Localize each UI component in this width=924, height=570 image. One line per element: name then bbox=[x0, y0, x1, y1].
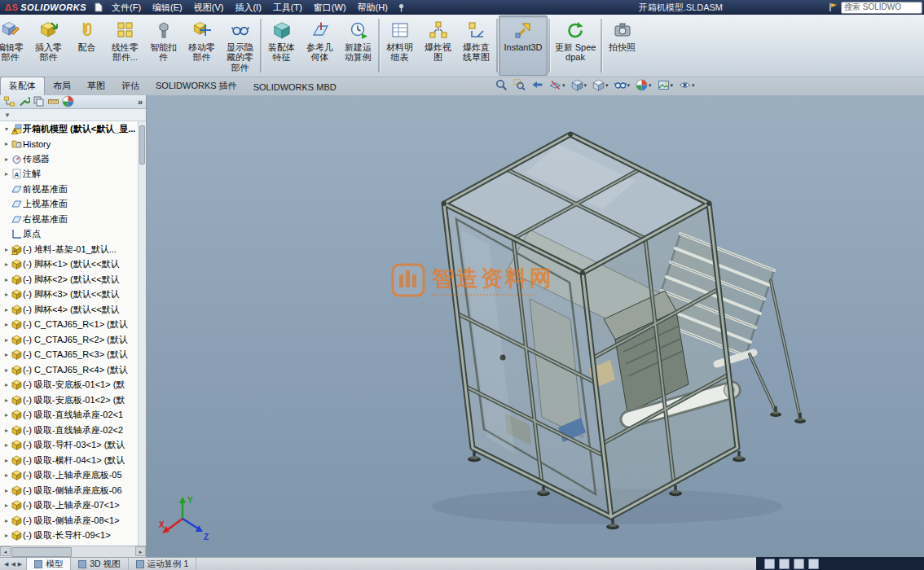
command-tab-3[interactable]: 评估 bbox=[113, 77, 147, 95]
tree-expand-arrow[interactable]: ▸ bbox=[2, 140, 11, 147]
command-tab-1[interactable]: 布局 bbox=[45, 77, 79, 95]
tree-item[interactable]: 右视基准面 bbox=[0, 212, 139, 227]
dropdown-arrow-icon[interactable]: ▾ bbox=[562, 82, 565, 89]
tree-expand-arrow[interactable]: ▸ bbox=[2, 487, 11, 494]
tree-expand-arrow[interactable]: ▸ bbox=[2, 517, 11, 524]
tree-item[interactable]: ▸(-) 吸取-直线轴承座-02<1 bbox=[0, 408, 139, 423]
tree-expand-arrow[interactable]: ▸ bbox=[2, 532, 11, 539]
tree-expand-arrow[interactable]: ▸ bbox=[2, 411, 11, 419]
command-tab-5[interactable]: SOLIDWORKS MBD bbox=[245, 80, 345, 95]
dropdown-arrow-icon[interactable]: ▾ bbox=[605, 82, 609, 89]
tree-expand-arrow[interactable]: ▸ bbox=[2, 441, 11, 449]
tree-item[interactable]: ▸(-) 吸取-上轴承座-07<1> bbox=[0, 498, 139, 514]
dropdown-arrow-icon[interactable]: ▾ bbox=[627, 82, 631, 89]
command-tab-0[interactable]: 装配体 bbox=[0, 77, 45, 95]
tree-expand-arrow[interactable]: ▸ bbox=[2, 306, 11, 314]
tree-item[interactable]: ▸(-) 脚杯<2> (默认<<默认 bbox=[0, 272, 139, 287]
menu-item-6[interactable]: 帮助(H) bbox=[352, 0, 394, 15]
ribbon-button-smart-fasteners[interactable]: 智能扣件 bbox=[144, 15, 183, 76]
ribbon-button-edit-component[interactable]: 编辑零部件 bbox=[0, 15, 29, 76]
hscroll-left-arrow[interactable]: ◂ bbox=[0, 546, 11, 556]
tree-expand-arrow[interactable]: ▸ bbox=[2, 381, 11, 388]
graphics-viewport[interactable]: 智造资料网 Y X Z bbox=[147, 95, 924, 557]
tab-scroll-left2-icon[interactable]: ◀ bbox=[11, 561, 15, 568]
ribbon-button-snapshot[interactable]: 拍快照 bbox=[603, 15, 641, 76]
tree-item[interactable]: ▸(-) C_CTAJ65_R<3> (默认 bbox=[0, 348, 139, 363]
tree-expand-arrow[interactable]: ▸ bbox=[2, 366, 11, 374]
hscroll-right-arrow[interactable]: ▸ bbox=[135, 546, 146, 556]
tree-item[interactable]: ▸(-) 脚杯<1> (默认<<默认 bbox=[0, 257, 139, 273]
panel-tab-dimxpertmanager[interactable] bbox=[47, 95, 59, 109]
status-icon[interactable] bbox=[794, 559, 804, 569]
tree-item[interactable]: ▸(-) 脚杯<3> (默认<<默认 bbox=[0, 287, 139, 303]
solidworks-resources-flag-icon[interactable] bbox=[829, 2, 838, 12]
ribbon-button-linear-pattern[interactable]: 线性零部件... bbox=[106, 15, 144, 76]
menu-item-5[interactable]: 窗口(W) bbox=[308, 0, 352, 15]
headsup-zoom-fit[interactable] bbox=[495, 79, 508, 91]
tab-scroll-arrows[interactable]: ◀ ◀ ▶ bbox=[0, 558, 27, 570]
panel-overflow-chevron[interactable]: » bbox=[138, 97, 143, 107]
tree-item[interactable]: ▸(-) 吸取-侧轴承座底板-06 bbox=[0, 483, 139, 498]
menu-item-0[interactable]: 文件(F) bbox=[106, 0, 147, 15]
ribbon-button-bom[interactable]: 材料明细表 bbox=[381, 15, 419, 76]
menu-item-4[interactable]: 工具(T) bbox=[267, 0, 308, 15]
menu-item-3[interactable]: 插入(I) bbox=[229, 0, 266, 15]
headsup-display-style[interactable]: ▾ bbox=[592, 79, 609, 91]
dropdown-arrow-icon[interactable]: ▾ bbox=[671, 82, 674, 89]
ribbon-button-reference-geometry[interactable]: 参考几何体 bbox=[301, 15, 339, 76]
tree-item[interactable]: ▸(-) 吸取-直线轴承座-02<2 bbox=[0, 423, 139, 438]
tree-expand-arrow[interactable]: ▸ bbox=[2, 170, 11, 178]
tree-item[interactable]: ▸(-) 堆料-基架-01_默认... bbox=[0, 242, 139, 257]
menu-item-1[interactable]: 编辑(E) bbox=[147, 0, 188, 15]
doc-tab-2[interactable]: 运动算例 1 bbox=[129, 558, 197, 570]
tab-scroll-right-icon[interactable]: ▶ bbox=[18, 561, 22, 568]
tree-item[interactable]: 上视基准面 bbox=[0, 197, 139, 213]
tree-vscroll-thumb[interactable] bbox=[139, 125, 145, 164]
tree-expand-arrow[interactable]: ▸ bbox=[2, 156, 11, 163]
panel-tab-displaymanager[interactable] bbox=[62, 95, 74, 109]
tree-item[interactable]: ▸(-) C_CTAJ65_R<1> (默认 bbox=[0, 318, 139, 333]
panel-tab-configurationmanager[interactable] bbox=[33, 95, 45, 109]
tree-expand-arrow[interactable]: ▸ bbox=[2, 321, 11, 328]
headsup-previous-view[interactable] bbox=[531, 79, 543, 91]
tree-expand-arrow[interactable]: ▸ bbox=[2, 397, 11, 404]
tree-expand-arrow[interactable]: ▸ bbox=[2, 427, 11, 434]
tree-item[interactable]: ▸(-) 吸取-横杆-04<1> (默认 bbox=[0, 453, 139, 468]
dropdown-arrow-icon[interactable]: ▾ bbox=[692, 82, 695, 89]
tree-item[interactable]: ▸(-) 吸取-安底板-01<2> (默 bbox=[0, 392, 139, 408]
ribbon-button-explode-sketch[interactable]: 爆炸直线草图 bbox=[457, 15, 495, 76]
tree-item[interactable]: ▸History bbox=[0, 137, 139, 152]
new-document-icon[interactable] bbox=[91, 2, 106, 12]
solidworks-search-input[interactable] bbox=[841, 2, 922, 14]
tree-item[interactable]: ▸(-) C_CTAJ65_R<4> (默认 bbox=[0, 362, 139, 378]
filter-dropdown-arrow[interactable]: ▼ bbox=[4, 112, 11, 119]
panel-tab-featuremanager[interactable] bbox=[3, 95, 15, 109]
tab-scroll-left-icon[interactable]: ◀ bbox=[4, 561, 8, 568]
ribbon-button-insert-component[interactable]: 插入零部件 bbox=[29, 15, 68, 76]
tree-item[interactable]: ▸(-) C_CTAJ65_R<2> (默认 bbox=[0, 332, 139, 348]
headsup-hide-show-items[interactable]: ▾ bbox=[614, 79, 631, 91]
tree-item[interactable]: ▸传感器 bbox=[0, 151, 139, 167]
tree-expand-arrow[interactable]: ▾ bbox=[2, 125, 11, 133]
tree-item[interactable]: ▸(-) 吸取-长导杆-09<1> bbox=[0, 528, 139, 544]
hscroll-thumb[interactable] bbox=[11, 547, 72, 557]
status-icon[interactable] bbox=[764, 559, 775, 569]
status-icon[interactable] bbox=[779, 559, 790, 569]
ribbon-button-move-component[interactable]: 移动零部件 bbox=[183, 15, 221, 76]
headsup-view-settings[interactable]: ▾ bbox=[679, 79, 695, 91]
tree-item[interactable]: ▸A注解 bbox=[0, 167, 139, 182]
doc-tab-1[interactable]: 3D 视图 bbox=[71, 558, 128, 570]
tree-expand-arrow[interactable]: ▸ bbox=[2, 471, 11, 479]
panel-tab-propertymanager[interactable] bbox=[18, 95, 30, 109]
tree-item[interactable]: ▸(-) 脚杯<4> (默认<<默认 bbox=[0, 302, 139, 318]
tree-item[interactable]: ▸(-) 吸取-侧轴承座-08<1> bbox=[0, 513, 139, 528]
headsup-apply-scene[interactable]: ▾ bbox=[658, 79, 674, 91]
tree-expand-arrow[interactable]: ▸ bbox=[2, 276, 11, 283]
doc-tab-0[interactable]: 模型 bbox=[27, 558, 71, 570]
tree-item[interactable]: ▾开箱机模型 (默认<默认_显... bbox=[0, 121, 139, 137]
command-tab-2[interactable]: 草图 bbox=[79, 77, 113, 95]
tree-expand-arrow[interactable]: ▸ bbox=[2, 291, 11, 298]
ribbon-button-assembly-features[interactable]: 装配体特征 bbox=[262, 15, 301, 76]
tree-expand-arrow[interactable]: ▸ bbox=[2, 261, 11, 268]
ribbon-button-speedpak[interactable]: 更新 Speedpak bbox=[551, 15, 600, 76]
